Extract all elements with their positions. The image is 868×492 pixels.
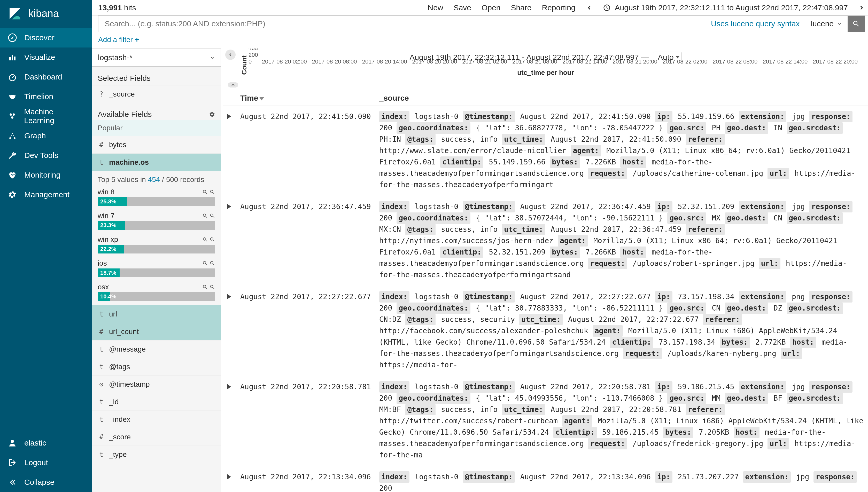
expand-row-button[interactable]: [227, 204, 231, 209]
filter-bar: Add a filter +: [92, 32, 868, 49]
nav-item-dashboard[interactable]: Dashboard: [0, 67, 92, 87]
index-pattern-select[interactable]: logstash-*: [92, 49, 221, 67]
field-_type[interactable]: t_type: [92, 445, 221, 463]
pct-bar: 10.4%: [98, 292, 215, 301]
bar-icon: [8, 53, 17, 62]
time-prev-button[interactable]: [586, 4, 593, 11]
content: logstash-* Selected Fields ?_source Avai…: [92, 49, 868, 492]
nav-item-logout[interactable]: Logout: [0, 453, 92, 472]
zoom-out-icon[interactable]: [210, 261, 215, 266]
field-settings-button[interactable]: [209, 111, 215, 118]
open-button[interactable]: Open: [482, 3, 500, 12]
field-bytes[interactable]: #bytes: [92, 136, 221, 153]
table-row: August 22nd 2017, 22:13:34.096index: log…: [223, 466, 868, 492]
svg-rect-3: [14, 56, 16, 60]
zoom-in-icon[interactable]: [202, 284, 208, 290]
field-_source[interactable]: ?_source: [92, 85, 221, 103]
nav-item-visualize[interactable]: Visualize: [0, 48, 92, 67]
field-url_count[interactable]: #url_count: [92, 323, 221, 340]
col-time[interactable]: Time: [236, 91, 375, 106]
field-type-icon: t: [98, 398, 105, 406]
available-fields-header: Available Fields: [98, 110, 152, 119]
svg-point-11: [11, 440, 14, 443]
fields-panel: logstash-* Selected Fields ?_source Avai…: [92, 49, 221, 492]
user-icon: [8, 438, 17, 448]
zoom-out-icon[interactable]: [210, 213, 215, 219]
nav-item-collapse[interactable]: Collapse: [0, 472, 92, 492]
expand-row-button[interactable]: [227, 384, 231, 389]
results-panel: August 19th 2017, 22:32:12.111 - August …: [221, 49, 868, 492]
query-language-select[interactable]: lucene: [805, 16, 848, 32]
nav-item-monitoring[interactable]: Monitoring: [0, 165, 92, 185]
field-timestamp[interactable]: ⊙@timestamp: [92, 375, 221, 393]
field-type-icon: t: [98, 416, 105, 423]
time-next-button[interactable]: [858, 4, 865, 11]
time-picker[interactable]: August 19th 2017, 22:32:12.111 to August…: [603, 3, 848, 12]
nav-item-management[interactable]: Management: [0, 185, 92, 204]
field-message[interactable]: t@message: [92, 340, 221, 358]
zoom-in-icon[interactable]: [202, 237, 208, 242]
doc-source: index: logstash-0 @timestamp: August 22n…: [375, 466, 868, 492]
field-_index[interactable]: t_index: [92, 411, 221, 428]
reporting-button[interactable]: Reporting: [542, 3, 575, 12]
nav-item-machine-learning[interactable]: Machine Learning: [0, 106, 92, 126]
zoom-out-icon[interactable]: [210, 237, 215, 242]
zoom-in-icon[interactable]: [202, 213, 208, 219]
zoom-in-icon[interactable]: [202, 261, 208, 266]
pct-bar: 25.3%: [98, 197, 215, 206]
chevron-down-icon: [210, 55, 215, 60]
field-_score[interactable]: #_score: [92, 428, 221, 445]
zoom-out-icon[interactable]: [210, 284, 215, 290]
field-machineos[interactable]: tmachine.os: [92, 153, 221, 171]
expand-row-button[interactable]: [227, 474, 231, 479]
gear-icon: [8, 190, 17, 199]
nav-item-timelion[interactable]: Timelion: [0, 87, 92, 106]
table-row: August 22nd 2017, 22:27:22.677index: log…: [223, 286, 868, 376]
scroll-top-button[interactable]: [228, 82, 238, 88]
topbar: 13,991 hits NewSaveOpenShareReportingAug…: [92, 0, 868, 16]
field-_id[interactable]: t_id: [92, 393, 221, 411]
search-row: Uses lucene query syntax lucene: [98, 16, 865, 32]
share-button[interactable]: Share: [511, 3, 532, 12]
new-button[interactable]: New: [428, 3, 443, 12]
zoom-in-icon[interactable]: [202, 189, 208, 195]
table-row: August 22nd 2017, 22:36:47.459index: log…: [223, 196, 868, 286]
collapse-fields-button[interactable]: [225, 50, 236, 60]
pct-row-osx: osx10.4%: [92, 281, 221, 305]
expand-row-button[interactable]: [227, 294, 231, 299]
field-type-icon: #: [98, 141, 105, 149]
nav-item-elastic[interactable]: elastic: [0, 433, 92, 453]
search-input[interactable]: [98, 16, 706, 32]
field-type-icon: #: [98, 328, 105, 336]
pct-bar: 18.7%: [98, 268, 215, 277]
doc-time: August 22nd 2017, 22:36:47.459: [236, 196, 375, 286]
selected-fields-header: Selected Fields: [92, 67, 221, 85]
svg-rect-2: [11, 55, 13, 60]
nav-item-graph[interactable]: Graph: [0, 126, 92, 146]
search-button[interactable]: [848, 16, 865, 32]
field-url[interactable]: turl: [92, 305, 221, 323]
field-tags[interactable]: t@tags: [92, 358, 221, 375]
doc-time: August 22nd 2017, 22:27:22.677: [236, 286, 375, 376]
table-row: August 22nd 2017, 22:41:50.090index: log…: [223, 106, 868, 196]
add-filter-button[interactable]: Add a filter +: [98, 35, 139, 44]
col-source[interactable]: _source: [375, 91, 868, 106]
heart-icon: [8, 170, 17, 180]
save-button[interactable]: Save: [454, 3, 471, 12]
histogram-xlabel: utc_time per hour: [223, 69, 868, 77]
pct-row-ios: ios18.7%: [92, 257, 221, 281]
logout-icon: [8, 458, 17, 467]
expand-row-button[interactable]: [227, 114, 231, 119]
nav-item-discover[interactable]: Discover: [0, 28, 92, 48]
doc-time: August 22nd 2017, 22:41:50.090: [236, 106, 375, 196]
query-syntax-link[interactable]: Uses lucene query syntax: [706, 16, 805, 32]
dash-icon: [8, 72, 17, 81]
collapse-icon: [8, 477, 17, 487]
nav-item-dev-tools[interactable]: Dev Tools: [0, 146, 92, 165]
chevron-down-icon: [837, 21, 842, 26]
popular-label: Popular: [92, 120, 221, 136]
zoom-out-icon[interactable]: [210, 189, 215, 195]
brand[interactable]: kibana: [0, 0, 92, 28]
svg-point-5: [9, 114, 12, 116]
doc-time: August 22nd 2017, 22:13:34.096: [236, 466, 375, 492]
